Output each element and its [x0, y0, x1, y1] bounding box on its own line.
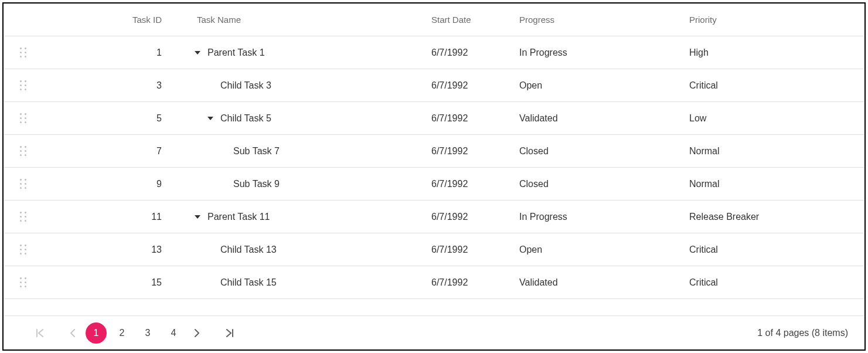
- cell-task-name: Sub Task 9: [173, 179, 431, 189]
- cell-priority: Critical: [689, 80, 860, 91]
- cell-task-id: 15: [39, 277, 173, 288]
- header-task-name[interactable]: Task Name: [173, 15, 431, 25]
- task-name-text: Child Task 3: [220, 80, 271, 91]
- cell-priority: Normal: [689, 146, 860, 157]
- header-priority[interactable]: Priority: [689, 15, 860, 25]
- pager-last-button[interactable]: [219, 323, 240, 344]
- task-name-text: Parent Task 1: [207, 47, 265, 58]
- grid-body: 1Parent Task 16/7/1992In ProgressHigh3Ch…: [4, 36, 864, 315]
- table-row[interactable]: 15Child Task 156/7/1992ValidatedCritical: [4, 266, 864, 299]
- cell-start-date: 6/7/1992: [431, 212, 519, 222]
- task-name-text: Child Task 15: [220, 277, 277, 288]
- drag-handle-icon[interactable]: [4, 80, 39, 91]
- drag-handle-icon[interactable]: [4, 212, 39, 222]
- task-name-text: Sub Task 7: [233, 146, 280, 157]
- cell-priority: Release Breaker: [689, 212, 860, 222]
- chevron-down-icon[interactable]: [195, 215, 200, 219]
- cell-task-id: 13: [39, 245, 173, 255]
- cell-start-date: 6/7/1992: [431, 245, 519, 255]
- drag-handle-icon[interactable]: [4, 277, 39, 288]
- header-task-id[interactable]: Task ID: [39, 15, 173, 25]
- first-page-icon: [36, 329, 44, 337]
- cell-task-name: Child Task 3: [173, 80, 431, 91]
- cell-task-name: Parent Task 1: [173, 47, 431, 58]
- cell-task-name: Child Task 5: [173, 113, 431, 124]
- table-row[interactable]: 5Child Task 56/7/1992ValidatedLow: [4, 102, 864, 135]
- header-row: Task ID Task Name Start Date Progress Pr…: [4, 4, 864, 36]
- chevron-down-icon[interactable]: [195, 51, 200, 55]
- cell-priority: Low: [689, 113, 860, 124]
- cell-priority: Normal: [689, 179, 860, 189]
- cell-start-date: 6/7/1992: [431, 179, 519, 189]
- cell-task-id: 9: [39, 179, 173, 189]
- cell-start-date: 6/7/1992: [431, 146, 519, 157]
- task-name-text: Sub Task 9: [233, 179, 280, 189]
- pager-next-button[interactable]: [186, 323, 207, 344]
- cell-task-id: 7: [39, 146, 173, 157]
- cell-start-date: 6/7/1992: [431, 47, 519, 58]
- drag-handle-icon[interactable]: [4, 146, 39, 157]
- cell-task-id: 5: [39, 113, 173, 124]
- task-name-text: Child Task 13: [220, 245, 277, 255]
- cell-task-id: 11: [39, 212, 173, 222]
- pager-page-4[interactable]: 4: [163, 323, 184, 344]
- task-name-text: Parent Task 11: [207, 212, 270, 222]
- table-row[interactable]: 13Child Task 136/7/1992OpenCritical: [4, 233, 864, 266]
- last-page-icon: [226, 329, 234, 337]
- cell-priority: Critical: [689, 277, 860, 288]
- cell-priority: High: [689, 47, 860, 58]
- pager-info: 1 of 4 pages (8 items): [757, 328, 848, 338]
- cell-start-date: 6/7/1992: [431, 277, 519, 288]
- drag-handle-icon[interactable]: [4, 113, 39, 124]
- cell-priority: Critical: [689, 245, 860, 255]
- drag-handle-icon[interactable]: [4, 179, 39, 189]
- cell-progress: Closed: [519, 179, 689, 189]
- header-progress[interactable]: Progress: [519, 15, 689, 25]
- cell-progress: Validated: [519, 277, 689, 288]
- table-row[interactable]: 7Sub Task 76/7/1992ClosedNormal: [4, 135, 864, 168]
- pager-page-1[interactable]: 1: [86, 323, 107, 344]
- table-row[interactable]: 1Parent Task 16/7/1992In ProgressHigh: [4, 36, 864, 69]
- drag-handle-icon[interactable]: [4, 245, 39, 255]
- tree-grid: Task ID Task Name Start Date Progress Pr…: [2, 2, 866, 351]
- pager: 1234 1 of 4 pages (8 items): [4, 315, 864, 349]
- cell-progress: In Progress: [519, 47, 689, 58]
- cell-start-date: 6/7/1992: [431, 80, 519, 91]
- cell-start-date: 6/7/1992: [431, 113, 519, 124]
- cell-task-name: Child Task 15: [173, 277, 431, 288]
- cell-task-name: Parent Task 11: [173, 212, 431, 222]
- pager-page-3[interactable]: 3: [137, 323, 158, 344]
- cell-progress: Closed: [519, 146, 689, 157]
- table-row[interactable]: 11Parent Task 116/7/1992In ProgressRelea…: [4, 201, 864, 233]
- drag-handle-icon[interactable]: [4, 47, 39, 58]
- chevron-right-icon: [194, 329, 200, 337]
- cell-progress: Open: [519, 80, 689, 91]
- chevron-down-icon[interactable]: [207, 117, 213, 120]
- cell-task-id: 3: [39, 80, 173, 91]
- table-row[interactable]: 3Child Task 36/7/1992OpenCritical: [4, 69, 864, 102]
- cell-progress: In Progress: [519, 212, 689, 222]
- chevron-left-icon: [70, 329, 76, 337]
- header-start-date[interactable]: Start Date: [431, 15, 519, 25]
- cell-progress: Open: [519, 245, 689, 255]
- cell-task-id: 1: [39, 47, 173, 58]
- pager-page-2[interactable]: 2: [111, 323, 132, 344]
- cell-progress: Validated: [519, 113, 689, 124]
- task-name-text: Child Task 5: [220, 113, 271, 124]
- pager-prev-button[interactable]: [62, 323, 83, 344]
- table-row[interactable]: 9Sub Task 96/7/1992ClosedNormal: [4, 168, 864, 201]
- cell-task-name: Sub Task 7: [173, 146, 431, 157]
- pager-first-button[interactable]: [29, 323, 50, 344]
- cell-task-name: Child Task 13: [173, 245, 431, 255]
